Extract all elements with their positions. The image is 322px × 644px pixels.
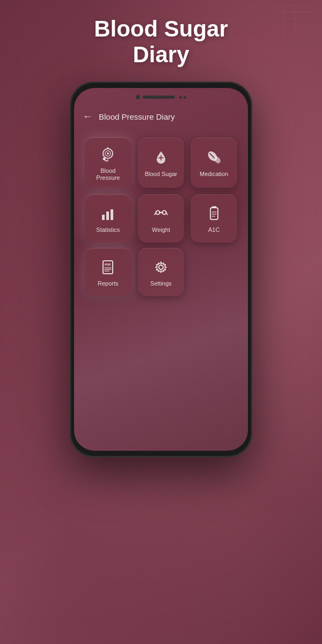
statistics-button[interactable]: Statistics [85,194,131,243]
header-title: Blood Pressure Diary [99,112,175,121]
svg-point-37 [159,265,163,269]
back-button[interactable]: ← [83,111,92,122]
svg-rect-20 [106,211,109,220]
svg-line-26 [166,213,167,215]
reports-label: Reports [98,280,119,287]
blood-pressure-icon [99,146,116,163]
blood-sugar-label: Blood Sugar [145,171,178,178]
reports-button[interactable]: PDF Reports [85,248,131,296]
page-title: Blood Sugar Diary [94,16,228,68]
settings-label: Settings [150,280,172,287]
settings-icon [152,259,170,276]
svg-point-13 [103,157,106,160]
phone-notch [74,88,248,107]
reports-icon: PDF [99,259,116,276]
sensor-dot [184,96,186,99]
statistics-label: Statistics [96,226,120,233]
blood-sugar-button[interactable]: Blood Sugar [138,137,185,188]
blood-pressure-label: Blood Pressure [89,167,127,181]
bottom-menu-grid: PDF Reports Settings [74,248,248,307]
svg-rect-28 [212,206,216,208]
front-camera [136,95,140,99]
notch-sensors [179,96,186,99]
a1c-button[interactable]: A1C [191,194,237,243]
svg-rect-21 [111,209,113,220]
settings-button[interactable]: Settings [138,248,185,296]
medication-icon [206,149,223,166]
weight-icon [152,205,170,222]
main-menu-grid: Blood Pressure Blood Sugar Medication [74,127,248,248]
blood-pressure-button[interactable]: Blood Pressure [85,137,131,188]
weight-label: Weight [152,226,170,233]
svg-text:PDF: PDF [105,263,111,266]
speaker-grill [143,96,175,99]
weight-button[interactable]: Weight [138,194,185,243]
sensor-dot [179,96,182,99]
medication-button[interactable]: Medication [191,137,237,188]
svg-line-25 [155,213,156,215]
a1c-label: A1C [208,226,219,233]
a1c-icon [206,205,223,222]
medication-label: Medication [200,171,228,178]
svg-rect-19 [102,215,105,220]
blood-sugar-icon [152,149,170,166]
phone-frame: ← Blood Pressure Diary Blood Pressure [70,82,252,457]
app-header: ← Blood Pressure Diary [74,107,248,127]
statistics-icon [99,205,116,222]
svg-rect-27 [210,208,218,219]
phone-screen: ← Blood Pressure Diary Blood Pressure [74,88,248,451]
svg-point-11 [107,152,109,155]
